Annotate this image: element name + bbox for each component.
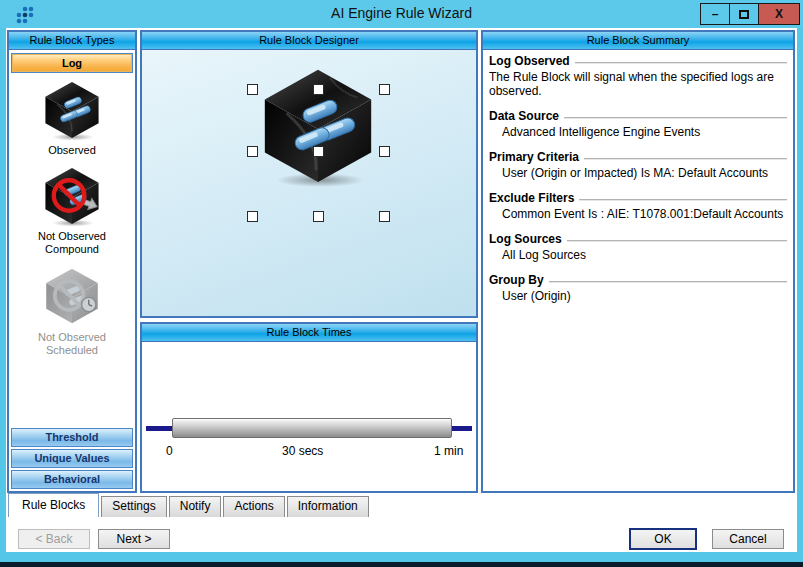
minimize-button[interactable]: – (700, 3, 730, 25)
tab-notify[interactable]: Notify (169, 496, 222, 517)
selection-handle-top-left[interactable] (247, 84, 258, 95)
unique-values-button[interactable]: Unique Values (11, 449, 133, 468)
summary-body: Log Observed The Rule Block will signal … (483, 50, 793, 303)
tab-information[interactable]: Information (287, 496, 369, 517)
summary-section-exclude-filters: Exclude Filters Common Event Is : AIE: T… (489, 191, 787, 221)
not-observed-compound-icon (42, 163, 102, 227)
titlebar: AI Engine Rule Wizard – X (0, 0, 803, 28)
selection-handle-center[interactable] (313, 146, 324, 157)
next-button[interactable]: Next > (98, 529, 170, 549)
section-title: Log Sources (489, 232, 787, 247)
selection-handle-bottom-right[interactable] (379, 211, 390, 222)
summary-section-group-by: Group By User (Origin) (489, 273, 787, 303)
dialog-bottom-edge (0, 562, 803, 567)
maximize-icon (739, 10, 749, 19)
type-not-observed-compound-label: Not Observed Compound (22, 230, 122, 256)
ai-engine-rule-wizard-dialog: AI Engine Rule Wizard – X (0, 0, 803, 567)
rule-block-designer-header: Rule Block Designer (142, 32, 476, 50)
selection-handle-top-right[interactable] (379, 84, 390, 95)
dialog-bottom-border (0, 552, 803, 562)
minimize-icon: – (712, 7, 719, 21)
selection-handle-bottom-left[interactable] (247, 211, 258, 222)
rule-block-summary-header: Rule Block Summary (483, 32, 793, 50)
summary-section-log-sources: Log Sources All Log Sources (489, 232, 787, 262)
section-text: Common Event Is : AIE: T1078.001:Default… (489, 207, 787, 221)
tick-0: 0 (166, 444, 173, 458)
section-text: Advanced Intelligence Engine Events (489, 125, 787, 139)
tick-1min: 1 min (434, 444, 463, 458)
summary-section-log-observed: Log Observed The Rule Block will signal … (489, 54, 787, 98)
type-observed[interactable]: Observed (9, 77, 135, 157)
log-category-button[interactable]: Log (11, 53, 133, 73)
rule-block-types-panel: Rule Block Types Log Observed (7, 30, 137, 493)
summary-section-data-source: Data Source Advanced Intelligence Engine… (489, 109, 787, 139)
summary-section-primary-criteria: Primary Criteria User (Origin or Impacte… (489, 150, 787, 180)
time-slider-range[interactable] (172, 418, 452, 438)
close-icon: X (775, 7, 783, 21)
selection-handle-top-center[interactable] (313, 84, 324, 95)
cancel-button[interactable]: Cancel (712, 529, 784, 549)
type-not-observed-compound[interactable]: Not Observed Compound (9, 163, 135, 256)
back-button: < Back (18, 529, 90, 549)
not-observed-scheduled-icon (43, 264, 101, 326)
window-title: AI Engine Rule Wizard (0, 5, 803, 21)
rule-block-types-header: Rule Block Types (9, 32, 135, 50)
section-text: The Rule Block will signal when the spec… (489, 70, 787, 98)
threshold-button[interactable]: Threshold (11, 428, 133, 447)
designer-cube-icon[interactable] (257, 60, 379, 188)
observed-cube-icon (42, 77, 102, 141)
selection-handle-mid-right[interactable] (379, 146, 390, 157)
dialog-body: Rule Block Types Log Observed (6, 28, 797, 552)
close-button[interactable]: X (758, 3, 800, 25)
section-title: Data Source (489, 109, 787, 124)
section-text: All Log Sources (489, 248, 787, 262)
rule-block-designer-panel: Rule Block Designer (140, 30, 478, 318)
maximize-button[interactable] (729, 3, 759, 25)
rule-block-times-header: Rule Block Times (142, 324, 476, 342)
times-body: 0 30 secs 1 min (142, 342, 476, 491)
designer-canvas[interactable] (142, 50, 476, 316)
section-title: Primary Criteria (489, 150, 787, 165)
type-not-observed-scheduled: Not Observed Scheduled (9, 264, 135, 357)
section-text: User (Origin) (489, 289, 787, 303)
tab-settings[interactable]: Settings (101, 496, 166, 517)
section-title: Exclude Filters (489, 191, 787, 206)
type-not-observed-scheduled-label: Not Observed Scheduled (22, 331, 122, 357)
selection-handle-bottom-center[interactable] (313, 211, 324, 222)
tick-30secs: 30 secs (282, 444, 323, 458)
tab-rule-blocks[interactable]: Rule Blocks (8, 493, 99, 517)
section-text: User (Origin or Impacted) Is MA: Default… (489, 166, 787, 180)
tab-actions[interactable]: Actions (223, 496, 284, 517)
rule-block-times-panel: Rule Block Times 0 30 secs 1 min (140, 322, 478, 493)
ok-button[interactable]: OK (630, 529, 696, 549)
type-observed-label: Observed (9, 144, 135, 157)
rule-block-summary-panel: Rule Block Summary Log Observed The Rule… (481, 30, 795, 493)
section-title: Log Observed (489, 54, 787, 69)
behavioral-button[interactable]: Behavioral (11, 470, 133, 489)
selection-handle-mid-left[interactable] (247, 146, 258, 157)
wizard-tabstrip: Rule Blocks Settings Notify Actions Info… (8, 493, 371, 517)
section-title: Group By (489, 273, 787, 288)
